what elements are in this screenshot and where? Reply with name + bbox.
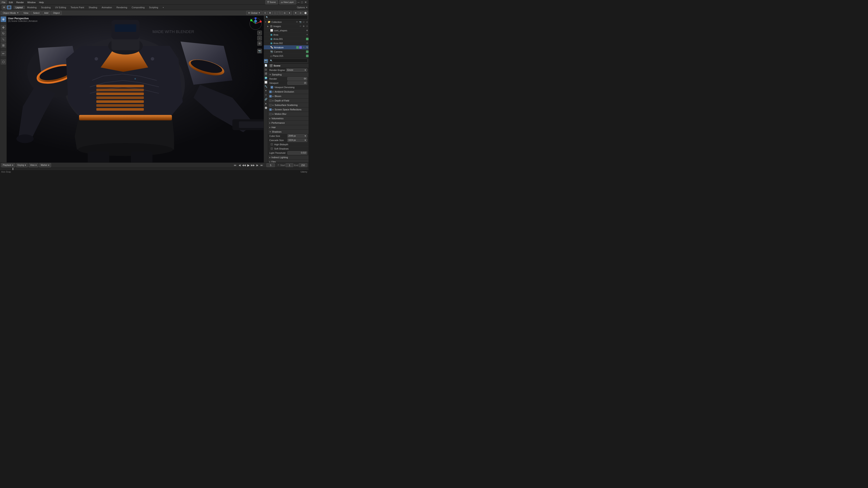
viewport-denoising-checkbox[interactable]: ✓: [271, 86, 273, 89]
tool-measure[interactable]: ⬡: [1, 59, 6, 65]
tab-add[interactable]: +: [160, 6, 166, 9]
ssr-checkbox[interactable]: ✓: [269, 108, 272, 111]
prop-data-icon[interactable]: ▲: [264, 101, 268, 105]
motionblur-header[interactable]: ✓ ▶ Motion Blur: [268, 112, 309, 116]
tree-item-area001[interactable]: ◉ Area.001: [264, 37, 309, 41]
scene-search-input[interactable]: [265, 15, 308, 19]
armature-render-btn[interactable]: 📷: [306, 46, 309, 49]
prop-scene-icon[interactable]: 🎬: [264, 72, 268, 76]
tree-item-camera[interactable]: 📷 Camera: [264, 50, 309, 54]
tool-transform[interactable]: ⊞: [1, 42, 6, 48]
playback-menu[interactable]: Playback ▼: [1, 163, 15, 167]
viewport-gizmo-btn[interactable]: ⊞: [268, 11, 272, 15]
prop-constraints-icon[interactable]: 🔗: [264, 97, 268, 101]
render-engine-dropdown[interactable]: Eevee ▼: [286, 68, 307, 72]
light-threshold-value[interactable]: 0.010: [287, 151, 308, 155]
close-icon[interactable]: ✕: [305, 1, 307, 4]
tool-rotate[interactable]: ↻: [1, 31, 6, 36]
tool-annotate[interactable]: ✏: [1, 51, 6, 56]
step-back-btn[interactable]: ◀: [237, 163, 242, 167]
bloom-header[interactable]: ✓ ▶ Bloom: [268, 94, 309, 98]
motionblur-checkbox[interactable]: ✓: [269, 113, 272, 115]
tree-item-collection[interactable]: ▼ 📁 Collection 👁 📷 ☑ ⊕: [264, 20, 309, 24]
bloom-checkbox[interactable]: ✓: [269, 95, 272, 97]
area002-vis-btn[interactable]: 👁: [306, 42, 309, 45]
tab-sculpting[interactable]: Sculpting: [39, 6, 53, 9]
transform-global[interactable]: ⊕ Global ▼: [246, 11, 262, 15]
menu-file[interactable]: File: [0, 0, 7, 4]
tree-item-plane015[interactable]: △ Plane.015: [264, 54, 309, 58]
ssr-header[interactable]: ✓ ▶ Screen Space Reflections: [268, 107, 309, 111]
tree-item-images[interactable]: ▶ 🖼 Images 👁 ⚙ ☑: [264, 24, 309, 28]
indirect-lighting-header[interactable]: ▶ Indirect Lighting: [268, 155, 309, 160]
zoom-fit-btn[interactable]: ⊞: [257, 41, 262, 46]
camera-view-btn[interactable]: 📷: [257, 49, 262, 53]
menu-edit[interactable]: Edit: [7, 0, 14, 4]
area-vis-btn[interactable]: 👁: [306, 33, 309, 36]
cube-size-dropdown[interactable]: 2048 px ▼: [287, 134, 308, 138]
zoom-out-btn[interactable]: −: [257, 36, 262, 40]
menu-render[interactable]: Render: [14, 0, 26, 4]
viewport-shading-wire[interactable]: ⬚: [273, 11, 277, 15]
prop-world-icon[interactable]: 🌍: [264, 76, 268, 80]
viewport-shading-render[interactable]: ●: [287, 11, 292, 15]
prop-particles-icon[interactable]: ✦: [264, 89, 268, 93]
tab-animation[interactable]: Animation: [100, 6, 114, 9]
collection-check-btn[interactable]: ☑: [302, 21, 305, 24]
ao-header[interactable]: ✓ ▶ Ambient Occlusion: [268, 90, 309, 94]
shadows-header[interactable]: ▼ Shadows: [268, 130, 309, 134]
tree-item-cont-shapes[interactable]: ⬜ cont_shapes ⚙: [264, 28, 309, 33]
select-dropdown[interactable]: Select: [31, 11, 41, 15]
ao-checkbox[interactable]: ✓: [269, 91, 272, 93]
soft-shadows-checkbox[interactable]: ✓: [271, 148, 273, 150]
tab-scripting[interactable]: Scripting: [147, 6, 160, 9]
menu-help[interactable]: Help: [37, 0, 45, 4]
hair-header[interactable]: ▶ Hair: [268, 125, 309, 129]
play-back-btn[interactable]: ◀◀: [242, 163, 246, 167]
play-fwd-btn[interactable]: ▶▶: [251, 163, 255, 167]
prop-output-icon[interactable]: 📄: [264, 63, 268, 67]
prop-object-icon[interactable]: ⬜: [264, 80, 268, 84]
prop-viewlayer-icon[interactable]: 🗂: [264, 68, 268, 71]
dof-checkbox[interactable]: ✓: [269, 100, 272, 102]
volumetrics-header[interactable]: ▶ Volumetrics: [268, 116, 309, 121]
tab-compositing[interactable]: Compositing: [129, 6, 147, 9]
scene-selector[interactable]: 🎬 Scene: [265, 0, 278, 4]
prop-physics-icon[interactable]: ⚛: [264, 93, 268, 97]
render-samples-value[interactable]: 64: [287, 77, 308, 80]
current-frame-display[interactable]: 5: [267, 163, 275, 167]
tree-item-area002[interactable]: ◉ Area.002 👁: [264, 41, 309, 45]
view-dropdown[interactable]: View: [22, 11, 30, 15]
view-layer-selector[interactable]: 🗂 View Layer: [279, 0, 296, 4]
marker-menu[interactable]: Marker ▼: [39, 163, 51, 167]
dof-header[interactable]: ✓ ▶ Depth of Field: [268, 98, 309, 103]
armature-vis-btn[interactable]: 👁: [302, 46, 305, 49]
step-fwd-btn[interactable]: ▶: [255, 163, 259, 167]
tree-item-area[interactable]: ◉ Area 👁: [264, 33, 309, 37]
images-check-btn[interactable]: ☑: [306, 25, 309, 28]
nav-gizmo[interactable]: X Y Z: [249, 18, 262, 30]
end-frame-input[interactable]: 250: [299, 163, 307, 167]
viewport-samples-value[interactable]: 16: [287, 82, 308, 85]
sampling-header[interactable]: ▼ Sampling: [268, 72, 309, 77]
add-dropdown[interactable]: Add: [42, 11, 51, 15]
jump-end-btn[interactable]: ⏭: [259, 163, 264, 167]
tab-layout[interactable]: Layout: [13, 6, 25, 9]
viewport-shading-solid[interactable]: ⬛: [277, 11, 282, 15]
menu-window[interactable]: Window: [26, 0, 37, 4]
tree-item-armature[interactable]: 🦴 Armature 👁 📷: [264, 45, 309, 50]
viewport-canvas[interactable]: MADE WITH BLENDER User Perspective (5) S…: [7, 16, 264, 162]
viewport-overlay-btn[interactable]: ⊙: [263, 11, 268, 15]
minimize-icon[interactable]: ─: [298, 1, 300, 4]
images-settings-btn[interactable]: ⚙: [302, 25, 305, 28]
zoom-in-btn[interactable]: +: [257, 31, 262, 35]
keying-menu[interactable]: Keying ▼: [16, 163, 28, 167]
snap-magnet[interactable]: ⊕: [293, 11, 298, 15]
tool-cursor[interactable]: ⊕: [1, 17, 6, 22]
tab-shading[interactable]: Shading: [87, 6, 99, 9]
view-menu[interactable]: View ▼: [29, 163, 38, 167]
collection-exclude-btn[interactable]: ⊕: [306, 21, 309, 24]
prop-render-icon[interactable]: 📷: [264, 59, 268, 63]
tool-move[interactable]: ✥: [1, 25, 6, 30]
cont-settings-btn[interactable]: ⚙: [306, 29, 309, 32]
